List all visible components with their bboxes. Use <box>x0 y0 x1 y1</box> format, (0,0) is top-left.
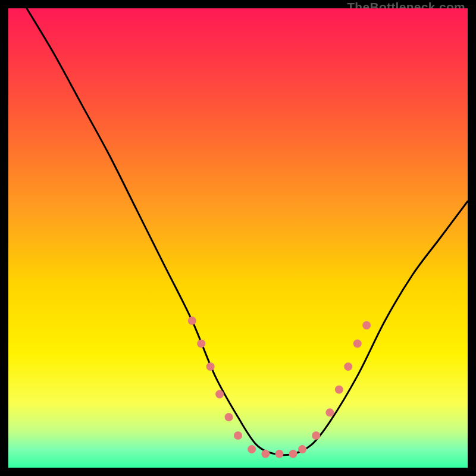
bottleneck-curve <box>27 8 468 455</box>
highlight-point <box>188 317 196 325</box>
highlight-point <box>353 340 362 348</box>
highlight-point <box>197 340 205 348</box>
highlight-point <box>206 362 215 371</box>
highlight-point <box>225 413 233 421</box>
highlight-point <box>298 445 306 453</box>
highlight-point <box>234 431 242 440</box>
highlight-point-group <box>188 317 371 458</box>
highlight-point <box>344 362 352 371</box>
highlight-point <box>261 450 270 458</box>
plot-area <box>8 8 468 468</box>
outer-frame: TheBottleneck.com <box>0 0 476 476</box>
highlight-point <box>248 445 256 453</box>
highlight-point <box>289 450 298 458</box>
highlight-point <box>335 386 343 394</box>
chart-svg <box>8 8 468 468</box>
highlight-point <box>275 450 283 458</box>
highlight-point <box>325 408 334 416</box>
highlight-point <box>312 431 320 440</box>
highlight-point <box>215 390 224 398</box>
highlight-point <box>362 321 371 330</box>
